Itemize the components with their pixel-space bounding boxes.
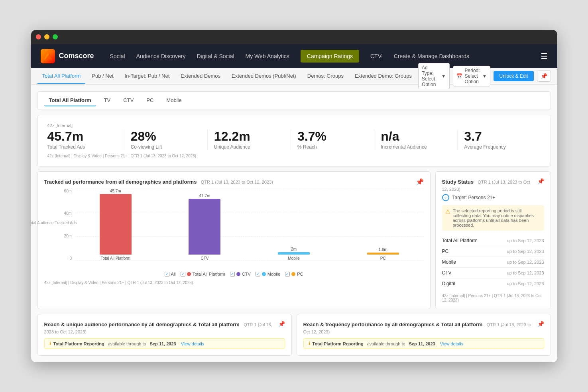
- legend-label-total: Total All Platform: [193, 272, 225, 276]
- nav-dashboards[interactable]: Create & Manage Dashboards: [394, 50, 469, 63]
- tab-demos-groups[interactable]: Demos: Groups: [303, 69, 348, 84]
- bar-ctv: 41.7m CTV: [164, 194, 246, 261]
- chart-header: Tracked ad performance from all demograp…: [44, 178, 273, 185]
- notice-left-date: Sep 11, 2023: [150, 341, 176, 346]
- inner-tab-pc[interactable]: PC: [142, 95, 158, 106]
- bottom-left-header: Reach & unique audience performance by a…: [44, 321, 278, 335]
- legend-check-pc[interactable]: ✓: [285, 272, 290, 276]
- metric-value-3: 3.7%: [297, 129, 368, 143]
- metrics-footnote: 42z [Internal] | Display & Video | Perso…: [47, 154, 541, 158]
- inner-tab-tv[interactable]: TV: [99, 95, 116, 106]
- metric-label-3: % Reach: [297, 144, 368, 150]
- hamburger-icon[interactable]: ☰: [541, 51, 548, 61]
- chart-period: QTR 1 (Jul 13, 2023 to Oct 12, 2023): [201, 180, 273, 184]
- legend-mobile: ✓ Mobile: [256, 272, 280, 276]
- bottom-right-notice: ℹ Total Platform Reporting available thr…: [303, 338, 544, 349]
- notice-right-bold: Total Platform Reporting: [313, 341, 364, 346]
- metric-label-0: Total Tracked Ads: [47, 144, 118, 150]
- bottom-right-title: Reach & frequency performance by all dem…: [303, 321, 483, 327]
- maximize-btn[interactable]: [53, 34, 58, 39]
- chart-legend: ✓ All ✓ Total All Platform ✓ CTV ✓: [44, 272, 424, 276]
- legend-check-total[interactable]: ✓: [181, 272, 185, 276]
- bottom-left-card: Reach & unique audience performance by a…: [37, 314, 292, 356]
- metrics-row: 45.7m Total Tracked Ads 28% Co-viewing L…: [47, 129, 541, 150]
- legend-check-ctv[interactable]: ✓: [230, 272, 235, 276]
- nav-digital[interactable]: Digital & Social: [197, 50, 234, 63]
- bar-mobile: 2m Mobile: [253, 247, 334, 261]
- legend-label-ctv: CTV: [242, 272, 251, 276]
- nav-items: Social Audience Discovery Digital & Soci…: [110, 50, 541, 63]
- study-pin-icon[interactable]: 📌: [537, 178, 544, 184]
- nav-ctvi[interactable]: CTVi: [370, 50, 383, 63]
- status-date-4: up to Sep 12, 2023: [507, 281, 544, 286]
- legend-total: ✓ Total All Platform: [181, 272, 225, 276]
- inner-tabs: Total All Platform TV CTV PC Mobile: [37, 91, 551, 110]
- tab-controls: Ad Type: Select Option ▼ 📅 Period: Selec…: [418, 63, 551, 89]
- notice-left-bold: Total Platform Reporting: [53, 341, 104, 346]
- nav-audience[interactable]: Audience Discovery: [136, 50, 186, 63]
- warning-icon: ⚠: [445, 208, 450, 227]
- bar-ctv-bar: [189, 199, 220, 255]
- close-btn[interactable]: [36, 34, 41, 39]
- legend-label-all: All: [171, 272, 176, 276]
- study-footnote: 42z [Internal] | Persons 21+ | QTR 1 (Ju…: [442, 294, 544, 302]
- tab-in-target[interactable]: In-Target: Pub / Net: [120, 69, 175, 84]
- metric-unique-audience: 12.2m Unique Audience: [208, 129, 291, 150]
- metric-label-4: Incremental Audience: [381, 144, 451, 150]
- tab-pub-net[interactable]: Pub / Net: [87, 69, 118, 84]
- status-table: Total All Platform up to Sep 12, 2023 PC…: [442, 235, 544, 289]
- status-row-4: Digital up to Sep 12, 2023: [442, 278, 544, 289]
- metric-label-2: Unique Audience: [214, 144, 284, 150]
- chevron-down-icon: ▼: [441, 73, 446, 79]
- main-content: Total All Platform TV CTV PC Mobile 42z …: [31, 85, 557, 362]
- bottom-row: Reach & unique audience performance by a…: [37, 314, 551, 356]
- tab-ext-demos-publ[interactable]: Extended Demos (Publ/Net): [227, 69, 301, 84]
- notice-left-icon: ℹ: [49, 341, 51, 346]
- bottom-left-pin-icon[interactable]: 📌: [278, 321, 285, 327]
- nav-social[interactable]: Social: [110, 50, 125, 63]
- metric-value-5: 3.7: [464, 129, 534, 143]
- notice-right-suffix: available through to: [367, 341, 405, 346]
- tab-ext-demos[interactable]: Extended Demos: [176, 69, 225, 84]
- notice-right-link[interactable]: View details: [440, 341, 464, 346]
- bar-chart-card: Tracked ad performance from all demograp…: [37, 171, 431, 309]
- study-header: Study Status QTR 1 (Jul 13, 2023 to Oct …: [442, 178, 537, 192]
- tab-bar: Total All Platform Pub / Net In-Target: …: [31, 68, 557, 85]
- period-select[interactable]: 📅 Period: Select Option ▼: [453, 66, 491, 86]
- metric-avg-freq: 3.7 Average Frequency: [458, 129, 541, 150]
- ad-type-select[interactable]: Ad Type: Select Option ▼: [418, 63, 450, 89]
- minimize-btn[interactable]: [44, 34, 49, 39]
- inner-tab-total[interactable]: Total All Platform: [44, 95, 96, 106]
- pin-icon[interactable]: 📌: [537, 71, 551, 82]
- notice-left-link[interactable]: View details: [181, 341, 205, 346]
- status-platform-1: PC: [442, 249, 449, 254]
- legend-check-all[interactable]: ✓: [165, 272, 169, 276]
- bottom-left-notice: ℹ Total Platform Reporting available thr…: [44, 338, 285, 349]
- y-label-40m: 40m: [64, 211, 72, 216]
- inner-tab-ctv[interactable]: CTV: [118, 95, 138, 106]
- metric-label-5: Average Frequency: [464, 144, 534, 150]
- status-platform-2: Mobile: [442, 259, 456, 265]
- tab-ext-demo-groups[interactable]: Extended Demo: Groups: [350, 69, 417, 84]
- bottom-right-pin-icon[interactable]: 📌: [537, 321, 544, 327]
- nav-web-analytics[interactable]: My Web Analytics: [246, 50, 289, 63]
- logo-icon: [41, 49, 55, 63]
- metric-incremental: n/a Incremental Audience: [374, 129, 458, 150]
- bar-mobile-bar: [278, 252, 310, 255]
- warning-box: ⚠ The selected reporting period is still…: [442, 205, 544, 231]
- bottom-right-card: Reach & frequency performance by all dem…: [297, 314, 551, 356]
- nav-campaign-ratings[interactable]: Campaign Ratings: [301, 50, 359, 63]
- status-date-1: up to Sep 12, 2023: [507, 249, 544, 254]
- titlebar: [31, 30, 557, 44]
- status-row-3: CTV up to Sep 12, 2023: [442, 268, 544, 278]
- legend-check-mobile[interactable]: ✓: [256, 272, 260, 276]
- unlock-edit-button[interactable]: Unlock & Edit: [494, 71, 533, 81]
- tab-total-all-platform[interactable]: Total All Platform: [37, 69, 86, 84]
- bottom-left-title: Reach & unique audience performance by a…: [44, 321, 240, 327]
- study-target-row: ○ Target: Persons 21+: [442, 194, 544, 201]
- metric-label-1: Co-viewing Lift: [131, 144, 201, 150]
- chart-pin-icon[interactable]: 📌: [416, 178, 424, 186]
- notice-left-suffix: available through to: [108, 341, 146, 346]
- status-row-0: Total All Platform up to Sep 12, 2023: [442, 235, 544, 246]
- inner-tab-mobile[interactable]: Mobile: [161, 95, 186, 106]
